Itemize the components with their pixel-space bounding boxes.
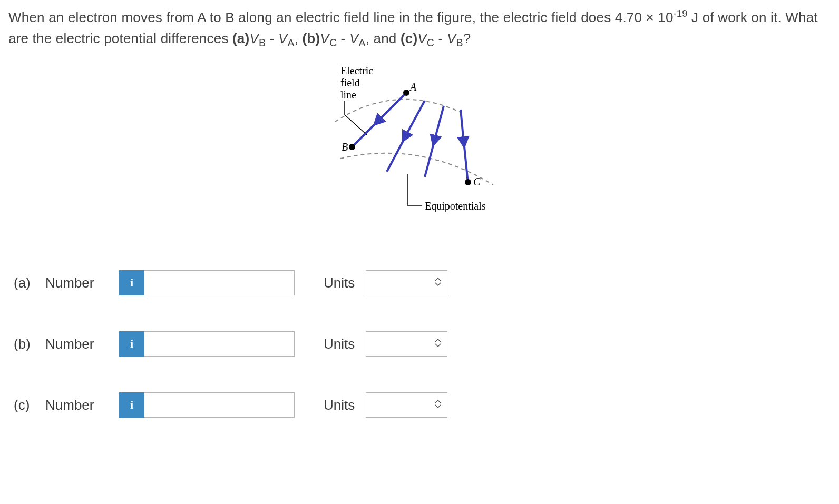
q-exp: -19 [674, 8, 688, 19]
part-label-b: (b) [14, 336, 45, 352]
units-label-c: Units [324, 397, 366, 413]
answer-row-b: (b) Number i Units [14, 331, 831, 357]
svg-line-1 [345, 115, 367, 135]
svg-line-6 [434, 106, 444, 141]
q-pc-v2: V [447, 31, 456, 46]
q-pb-v1: V [320, 31, 329, 46]
number-input-a[interactable] [144, 270, 295, 295]
number-label-c: Number [45, 397, 119, 413]
q-pb-v2: V [349, 31, 359, 46]
answers-section: (a) Number i Units (b) Number i Units (c… [14, 270, 831, 418]
units-label-b: Units [324, 336, 366, 352]
answer-row-a: (a) Number i Units [14, 270, 831, 295]
q-pa-v2: V [278, 31, 288, 46]
q-pa-b: (a) [232, 31, 249, 46]
figure-container: Electric field line A B [8, 61, 831, 228]
svg-point-10 [403, 90, 409, 96]
physics-figure: Electric field line A B [314, 61, 525, 224]
q-pc-s2: B [456, 37, 463, 48]
info-icon[interactable]: i [119, 392, 144, 418]
units-select-c[interactable] [366, 392, 447, 418]
units-select-a[interactable] [366, 270, 447, 295]
svg-line-4 [405, 101, 425, 137]
number-label-a: Number [45, 275, 119, 291]
fig-label-A: A [409, 81, 417, 93]
svg-line-8 [461, 110, 464, 143]
q-pc-v1: V [417, 31, 427, 46]
fig-label-equip: Equipotentials [425, 200, 486, 212]
q-pa-v1: V [249, 31, 259, 46]
q-pb-b: (b) [303, 31, 320, 46]
part-label-c: (c) [14, 397, 45, 413]
fig-label-C: C [473, 176, 481, 187]
svg-line-7 [425, 140, 435, 177]
answer-row-c: (c) Number i Units [14, 392, 831, 418]
q-prefix: When an electron moves from A to B along… [8, 9, 674, 25]
question-text: When an electron moves from A to B along… [8, 6, 831, 51]
svg-point-11 [349, 144, 355, 150]
svg-line-9 [464, 141, 468, 183]
part-label-a: (a) [14, 275, 45, 291]
units-select-b[interactable] [366, 331, 447, 357]
svg-point-12 [465, 179, 471, 185]
info-icon[interactable]: i [119, 331, 144, 357]
q-pa-s1: B [259, 37, 266, 48]
q-pb-s1: C [329, 37, 337, 48]
number-input-b[interactable] [144, 331, 295, 357]
q-pc-s1: C [427, 37, 434, 48]
units-label-a: Units [324, 275, 366, 291]
fig-label-electric: Electric [340, 65, 373, 76]
q-pc-b: (c) [401, 31, 417, 46]
number-input-c[interactable] [144, 392, 295, 418]
svg-line-2 [377, 93, 406, 122]
info-icon[interactable]: i [119, 270, 144, 295]
fig-label-line: line [340, 89, 356, 101]
number-label-b: Number [45, 336, 119, 352]
fig-label-B: B [342, 141, 348, 153]
fig-label-field: field [340, 77, 360, 88]
q-pb-s2: A [358, 37, 365, 48]
q-pa-s2: A [287, 37, 294, 48]
